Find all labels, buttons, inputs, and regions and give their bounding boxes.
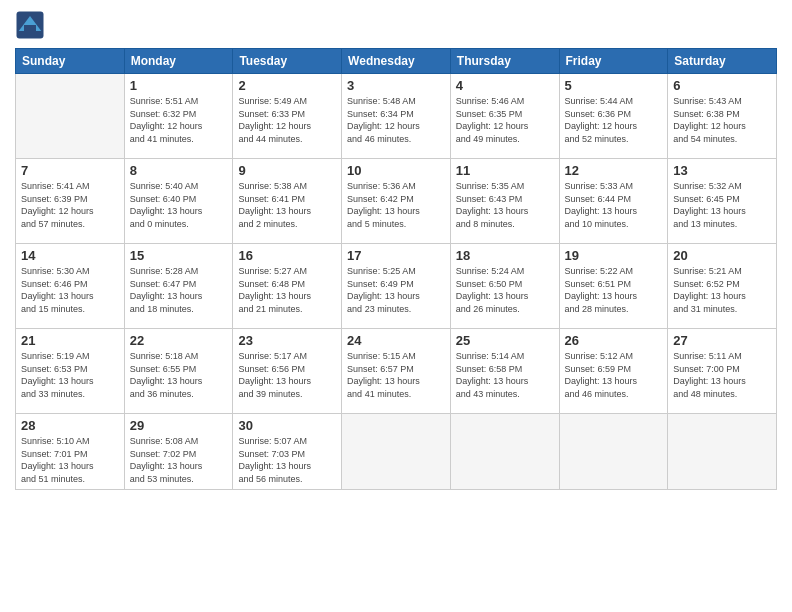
day-number: 20	[673, 248, 771, 263]
week-row-1: 7Sunrise: 5:41 AM Sunset: 6:39 PM Daylig…	[16, 159, 777, 244]
day-info: Sunrise: 5:25 AM Sunset: 6:49 PM Dayligh…	[347, 265, 445, 315]
weekday-header-row: SundayMondayTuesdayWednesdayThursdayFrid…	[16, 49, 777, 74]
day-number: 1	[130, 78, 228, 93]
main-container: SundayMondayTuesdayWednesdayThursdayFrid…	[0, 0, 792, 500]
day-info: Sunrise: 5:15 AM Sunset: 6:57 PM Dayligh…	[347, 350, 445, 400]
day-info: Sunrise: 5:32 AM Sunset: 6:45 PM Dayligh…	[673, 180, 771, 230]
calendar-cell: 29Sunrise: 5:08 AM Sunset: 7:02 PM Dayli…	[124, 414, 233, 490]
week-row-0: 1Sunrise: 5:51 AM Sunset: 6:32 PM Daylig…	[16, 74, 777, 159]
weekday-header-tuesday: Tuesday	[233, 49, 342, 74]
calendar-cell	[668, 414, 777, 490]
day-info: Sunrise: 5:11 AM Sunset: 7:00 PM Dayligh…	[673, 350, 771, 400]
logo	[15, 10, 49, 40]
day-number: 25	[456, 333, 554, 348]
day-number: 23	[238, 333, 336, 348]
day-number: 27	[673, 333, 771, 348]
day-number: 5	[565, 78, 663, 93]
day-info: Sunrise: 5:46 AM Sunset: 6:35 PM Dayligh…	[456, 95, 554, 145]
calendar-cell	[342, 414, 451, 490]
calendar-cell	[450, 414, 559, 490]
day-number: 28	[21, 418, 119, 433]
calendar-cell: 27Sunrise: 5:11 AM Sunset: 7:00 PM Dayli…	[668, 329, 777, 414]
calendar-cell: 24Sunrise: 5:15 AM Sunset: 6:57 PM Dayli…	[342, 329, 451, 414]
day-info: Sunrise: 5:49 AM Sunset: 6:33 PM Dayligh…	[238, 95, 336, 145]
week-row-4: 28Sunrise: 5:10 AM Sunset: 7:01 PM Dayli…	[16, 414, 777, 490]
day-number: 18	[456, 248, 554, 263]
day-info: Sunrise: 5:28 AM Sunset: 6:47 PM Dayligh…	[130, 265, 228, 315]
day-number: 4	[456, 78, 554, 93]
calendar-cell: 15Sunrise: 5:28 AM Sunset: 6:47 PM Dayli…	[124, 244, 233, 329]
weekday-header-monday: Monday	[124, 49, 233, 74]
day-number: 10	[347, 163, 445, 178]
day-number: 7	[21, 163, 119, 178]
day-number: 26	[565, 333, 663, 348]
day-number: 17	[347, 248, 445, 263]
calendar-cell: 20Sunrise: 5:21 AM Sunset: 6:52 PM Dayli…	[668, 244, 777, 329]
day-info: Sunrise: 5:24 AM Sunset: 6:50 PM Dayligh…	[456, 265, 554, 315]
day-info: Sunrise: 5:12 AM Sunset: 6:59 PM Dayligh…	[565, 350, 663, 400]
day-info: Sunrise: 5:18 AM Sunset: 6:55 PM Dayligh…	[130, 350, 228, 400]
weekday-header-thursday: Thursday	[450, 49, 559, 74]
svg-rect-2	[24, 25, 36, 34]
day-number: 15	[130, 248, 228, 263]
calendar-cell: 6Sunrise: 5:43 AM Sunset: 6:38 PM Daylig…	[668, 74, 777, 159]
day-number: 8	[130, 163, 228, 178]
day-number: 16	[238, 248, 336, 263]
day-info: Sunrise: 5:27 AM Sunset: 6:48 PM Dayligh…	[238, 265, 336, 315]
calendar-cell: 17Sunrise: 5:25 AM Sunset: 6:49 PM Dayli…	[342, 244, 451, 329]
calendar-cell: 14Sunrise: 5:30 AM Sunset: 6:46 PM Dayli…	[16, 244, 125, 329]
day-info: Sunrise: 5:07 AM Sunset: 7:03 PM Dayligh…	[238, 435, 336, 485]
day-info: Sunrise: 5:44 AM Sunset: 6:36 PM Dayligh…	[565, 95, 663, 145]
day-info: Sunrise: 5:38 AM Sunset: 6:41 PM Dayligh…	[238, 180, 336, 230]
day-info: Sunrise: 5:48 AM Sunset: 6:34 PM Dayligh…	[347, 95, 445, 145]
week-row-2: 14Sunrise: 5:30 AM Sunset: 6:46 PM Dayli…	[16, 244, 777, 329]
day-info: Sunrise: 5:51 AM Sunset: 6:32 PM Dayligh…	[130, 95, 228, 145]
day-info: Sunrise: 5:33 AM Sunset: 6:44 PM Dayligh…	[565, 180, 663, 230]
calendar-cell	[559, 414, 668, 490]
calendar-cell: 13Sunrise: 5:32 AM Sunset: 6:45 PM Dayli…	[668, 159, 777, 244]
calendar-cell: 7Sunrise: 5:41 AM Sunset: 6:39 PM Daylig…	[16, 159, 125, 244]
day-info: Sunrise: 5:41 AM Sunset: 6:39 PM Dayligh…	[21, 180, 119, 230]
day-info: Sunrise: 5:17 AM Sunset: 6:56 PM Dayligh…	[238, 350, 336, 400]
calendar-cell: 10Sunrise: 5:36 AM Sunset: 6:42 PM Dayli…	[342, 159, 451, 244]
calendar-cell: 11Sunrise: 5:35 AM Sunset: 6:43 PM Dayli…	[450, 159, 559, 244]
day-info: Sunrise: 5:19 AM Sunset: 6:53 PM Dayligh…	[21, 350, 119, 400]
calendar-cell: 8Sunrise: 5:40 AM Sunset: 6:40 PM Daylig…	[124, 159, 233, 244]
day-number: 14	[21, 248, 119, 263]
header	[15, 10, 777, 40]
day-number: 30	[238, 418, 336, 433]
calendar-cell: 16Sunrise: 5:27 AM Sunset: 6:48 PM Dayli…	[233, 244, 342, 329]
day-number: 21	[21, 333, 119, 348]
calendar-cell: 21Sunrise: 5:19 AM Sunset: 6:53 PM Dayli…	[16, 329, 125, 414]
calendar-cell: 5Sunrise: 5:44 AM Sunset: 6:36 PM Daylig…	[559, 74, 668, 159]
calendar-cell: 4Sunrise: 5:46 AM Sunset: 6:35 PM Daylig…	[450, 74, 559, 159]
calendar-cell: 1Sunrise: 5:51 AM Sunset: 6:32 PM Daylig…	[124, 74, 233, 159]
weekday-header-saturday: Saturday	[668, 49, 777, 74]
day-number: 24	[347, 333, 445, 348]
calendar-cell: 9Sunrise: 5:38 AM Sunset: 6:41 PM Daylig…	[233, 159, 342, 244]
day-info: Sunrise: 5:08 AM Sunset: 7:02 PM Dayligh…	[130, 435, 228, 485]
day-number: 22	[130, 333, 228, 348]
calendar-cell: 22Sunrise: 5:18 AM Sunset: 6:55 PM Dayli…	[124, 329, 233, 414]
calendar-cell	[16, 74, 125, 159]
day-info: Sunrise: 5:43 AM Sunset: 6:38 PM Dayligh…	[673, 95, 771, 145]
day-number: 29	[130, 418, 228, 433]
day-info: Sunrise: 5:30 AM Sunset: 6:46 PM Dayligh…	[21, 265, 119, 315]
weekday-header-friday: Friday	[559, 49, 668, 74]
weekday-header-sunday: Sunday	[16, 49, 125, 74]
calendar-cell: 12Sunrise: 5:33 AM Sunset: 6:44 PM Dayli…	[559, 159, 668, 244]
week-row-3: 21Sunrise: 5:19 AM Sunset: 6:53 PM Dayli…	[16, 329, 777, 414]
day-info: Sunrise: 5:21 AM Sunset: 6:52 PM Dayligh…	[673, 265, 771, 315]
day-number: 12	[565, 163, 663, 178]
day-info: Sunrise: 5:14 AM Sunset: 6:58 PM Dayligh…	[456, 350, 554, 400]
calendar-table: SundayMondayTuesdayWednesdayThursdayFrid…	[15, 48, 777, 490]
calendar-cell: 26Sunrise: 5:12 AM Sunset: 6:59 PM Dayli…	[559, 329, 668, 414]
day-number: 19	[565, 248, 663, 263]
day-info: Sunrise: 5:36 AM Sunset: 6:42 PM Dayligh…	[347, 180, 445, 230]
day-number: 11	[456, 163, 554, 178]
day-number: 2	[238, 78, 336, 93]
calendar-cell: 23Sunrise: 5:17 AM Sunset: 6:56 PM Dayli…	[233, 329, 342, 414]
day-info: Sunrise: 5:22 AM Sunset: 6:51 PM Dayligh…	[565, 265, 663, 315]
weekday-header-wednesday: Wednesday	[342, 49, 451, 74]
calendar-cell: 19Sunrise: 5:22 AM Sunset: 6:51 PM Dayli…	[559, 244, 668, 329]
